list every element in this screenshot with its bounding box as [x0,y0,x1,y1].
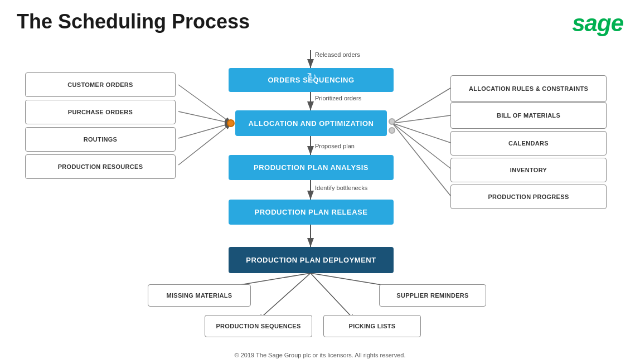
sage-logo: sage [572,10,623,37]
proposed-plan-label: Proposed plan [315,143,355,149]
allocation-left-dot [227,119,235,127]
identify-bottlenecks-label: Identify bottlenecks [315,185,367,191]
svg-line-15 [392,123,450,196]
svg-line-11 [392,88,450,123]
calendars-box: CALENDARS [450,131,607,156]
picking-lists-box: PICKING LISTS [323,315,421,337]
bill-of-materials-box: BILL OF MATERIALS [450,102,607,129]
allocation-right-dot-top [389,118,395,125]
routings-box: ROUTINGS [25,127,176,152]
svg-line-8 [178,111,231,123]
svg-line-14 [392,123,450,168]
production-sequences-box: PRODUCTION SEQUENCES [205,315,312,337]
production-progress-box: PRODUCTION PROGRESS [450,185,607,209]
svg-line-18 [311,273,355,321]
svg-line-7 [178,85,231,123]
production-resources-box: PRODUCTION RESOURCES [25,154,176,179]
missing-materials-box: MISSING MATERIALS [148,284,251,307]
production-plan-analysis-box: PRODUCTION PLAN ANALYSIS [229,155,394,180]
page-title: The Scheduling Process [17,10,250,33]
supplier-reminders-box: SUPPLIER REMINDERS [379,284,486,307]
customer-orders-box: CUSTOMER ORDERS [25,72,176,97]
svg-line-9 [178,123,231,138]
svg-line-17 [258,273,311,321]
inventory-box: INVENTORY [450,158,607,182]
cycle-icon: ↻ [307,70,317,85]
svg-line-10 [178,123,231,165]
svg-line-13 [392,123,450,143]
prioritized-orders-label: Prioritized orders [315,95,361,101]
production-plan-release-box: PRODUCTION PLAN RELEASE [229,200,394,225]
allocation-right-dot-bottom [389,127,395,134]
footer-text: © 2019 The Sage Group plc or its licenso… [235,352,406,358]
purchase-orders-box: PURCHASE ORDERS [25,100,176,124]
production-plan-deployment-box: PRODUCTION PLAN DEPLOYMENT [229,247,394,273]
released-orders-label: Released orders [315,51,360,58]
svg-line-12 [392,115,450,123]
allocation-optimization-box: ALLOCATION AND OPTIMIZATION [235,110,387,136]
allocation-rules-box: ALLOCATION RULES & CONSTRAINTS [450,75,607,102]
